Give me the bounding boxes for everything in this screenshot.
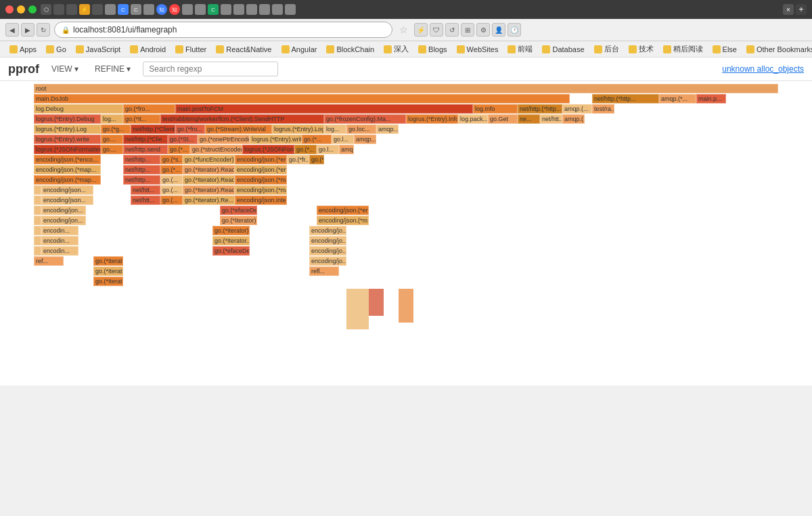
flame-block[interactable]: amqp... — [354, 135, 376, 144]
flame-block[interactable]: encoding/jo... — [309, 226, 346, 235]
flame-block[interactable]: encodin... — [41, 246, 78, 256]
flame-block[interactable]: logrus.(*Entry).Debug — [34, 114, 101, 124]
flame-block[interactable]: go.l... — [332, 135, 354, 144]
bookmark-tech[interactable]: 技术 — [625, 43, 658, 55]
settings-btn[interactable]: ⚙ — [476, 23, 490, 37]
flame-block[interactable]: encoding/json.(*encodeState.E — [235, 155, 287, 164]
flame-block[interactable]: amqp.(... — [562, 104, 592, 114]
flame-block[interactable]: net/http... — [123, 155, 160, 164]
flame-block[interactable]: go.(*fr... — [287, 155, 309, 164]
flame-block[interactable]: go.(*... — [309, 155, 324, 164]
flame-block[interactable]: logrus.(*JSONFormatter)... — [34, 145, 101, 154]
flame-block[interactable]: go.(*St... — [168, 135, 198, 144]
refine-menu[interactable]: REFINE ▾ — [91, 63, 135, 75]
flame-block[interactable]: net/http.(*Clie... — [123, 135, 168, 144]
flame-block[interactable]: go.(*fro... — [123, 104, 175, 114]
back-button[interactable]: ◀ — [5, 23, 19, 37]
flame-block[interactable]: log... — [101, 114, 123, 124]
flame-block[interactable]: encoding/json.inter... — [235, 195, 287, 205]
bookmark-star[interactable]: ☆ — [397, 23, 410, 37]
flame-block[interactable]: go.... — [101, 135, 123, 144]
flame-block[interactable]: go.(*... — [294, 145, 317, 154]
new-tab-icon[interactable]: + — [796, 4, 807, 15]
flame-block[interactable]: main.postToFCM — [175, 104, 473, 114]
bookmark-apps[interactable]: Apps — [5, 44, 41, 55]
flame-block[interactable]: main.p... — [696, 94, 726, 103]
flame-block[interactable]: encoding/jo... — [309, 236, 346, 245]
bookmark-frontend[interactable]: 前端 — [503, 43, 537, 55]
flame-block[interactable]: net/http.(*Client).do — [131, 124, 175, 134]
flame-block[interactable]: net/http.(*http... — [518, 104, 562, 114]
flame-block[interactable]: amqp.(... — [562, 114, 585, 124]
flame-block[interactable]: go.(*funcEncoder).En... — [183, 155, 235, 164]
flame-block[interactable]: test/ra... — [592, 104, 614, 114]
flame-block[interactable]: go.loc... — [346, 124, 376, 134]
flame-block[interactable]: main.DoJob — [34, 94, 570, 103]
flame-block[interactable]: net/http.(*http... — [592, 94, 659, 103]
flame-block[interactable]: go.(*... — [160, 165, 183, 174]
bookmark-websites[interactable]: WebSites — [453, 44, 503, 55]
flame-block[interactable]: go.(*frozenConfig).Ma... — [324, 114, 406, 124]
flame-block[interactable]: encoding/jo... — [309, 256, 346, 266]
flame-block[interactable]: encoding/json.(*encodeState... — [235, 165, 287, 174]
flame-block[interactable]: amqp.(*... — [659, 94, 696, 103]
flame-block[interactable]: encoding/jon... — [41, 206, 86, 215]
flame-block[interactable]: encodin... — [41, 236, 78, 245]
unknown-alloc-link[interactable]: unknown alloc_objects — [722, 64, 804, 74]
flame-block[interactable]: log... — [324, 124, 346, 134]
flame-block[interactable]: encoding/jo... — [309, 246, 346, 256]
flame-block[interactable]: go.(*Iterator).R... — [212, 226, 250, 235]
flame-block[interactable]: encoding/json.(*map... — [34, 175, 101, 185]
flame-block[interactable]: go.(*Stream).WriteVal — [205, 124, 272, 134]
flame-block[interactable]: net/htt... — [540, 114, 562, 124]
flame-block[interactable]: log.Info — [473, 104, 518, 114]
flame-block[interactable]: go.l... — [317, 145, 339, 154]
lightning-icon[interactable]: ⚡ — [414, 23, 428, 37]
flame-block[interactable]: root — [34, 84, 778, 93]
flame-block[interactable]: ne... — [518, 114, 540, 124]
search-input[interactable] — [143, 62, 278, 76]
flame-block[interactable]: encoding/json.(*mapEncode... — [235, 185, 287, 195]
refresh-button[interactable]: ↻ — [37, 23, 50, 37]
flame-block[interactable]: encoding/json.(*m... — [317, 216, 369, 225]
bookmark-angular[interactable]: Angular — [277, 44, 321, 55]
flame-block[interactable]: go.(*Iterator).Read — [183, 165, 235, 174]
bookmark-blogs[interactable]: Blogs — [414, 44, 451, 55]
flame-block[interactable]: go.(*Iterato... — [93, 277, 123, 286]
flame-block[interactable]: logrus.(*JSONFormatter).Format — [242, 145, 294, 154]
flame-block[interactable]: go.(*Iterator).Re... — [183, 195, 235, 205]
bookmark-go[interactable]: Go — [42, 44, 70, 55]
flame-block[interactable]: encodin... — [41, 226, 78, 235]
profile-btn[interactable]: 👤 — [492, 23, 505, 37]
flame-block[interactable]: net/http... — [123, 165, 160, 174]
flame-block[interactable]: encoding/jon... — [41, 216, 86, 225]
flame-block[interactable]: go.... — [101, 145, 123, 154]
apps-icon[interactable]: ⊞ — [461, 23, 474, 37]
bookmark-blockchain[interactable]: BlockChain — [322, 44, 378, 55]
flame-block[interactable]: go.(*Iterato... — [93, 266, 123, 276]
flame-block[interactable]: net/http... — [123, 175, 160, 185]
flame-block[interactable]: go.(*Iterator).Re... — [220, 216, 257, 225]
flame-block[interactable]: encoding/json.(*mapEncode... — [235, 175, 287, 185]
flame-block[interactable]: ref... — [34, 256, 64, 266]
bookmark-javascript[interactable]: JavaScript — [72, 44, 125, 55]
flame-block[interactable]: go.(*efaceDecode... — [220, 206, 257, 215]
clock-icon[interactable]: 🕐 — [508, 23, 521, 37]
flame-block[interactable]: go.(*Iterator).Read... — [183, 175, 235, 185]
flame-block[interactable]: logrus.(*Entry).write — [250, 135, 302, 144]
maximize-button[interactable] — [28, 5, 37, 14]
bookmark-backend[interactable]: 后台 — [590, 43, 623, 55]
close-button[interactable] — [5, 5, 14, 14]
flame-block[interactable]: encoding/json... — [41, 195, 93, 205]
flame-block[interactable]: go.(*Iterator).Read... — [183, 185, 235, 195]
shield-icon[interactable]: 🛡 — [430, 23, 443, 37]
flame-block[interactable]: go.Get — [488, 114, 518, 124]
flame-block[interactable]: go.(*... — [168, 145, 190, 154]
flame-block[interactable]: encoding/json.(*enco... — [34, 155, 101, 164]
flame-block[interactable]: logrus.(*Entry).write — [34, 135, 101, 144]
bookmark-flutter[interactable]: Flutter — [171, 44, 210, 55]
bookmark-else[interactable]: Else — [708, 44, 741, 55]
flame-block[interactable]: go.(*structEncoder)... — [190, 145, 242, 154]
flame-block[interactable]: encoding/json... — [41, 185, 93, 195]
close-tab-icon[interactable]: × — [783, 4, 794, 15]
